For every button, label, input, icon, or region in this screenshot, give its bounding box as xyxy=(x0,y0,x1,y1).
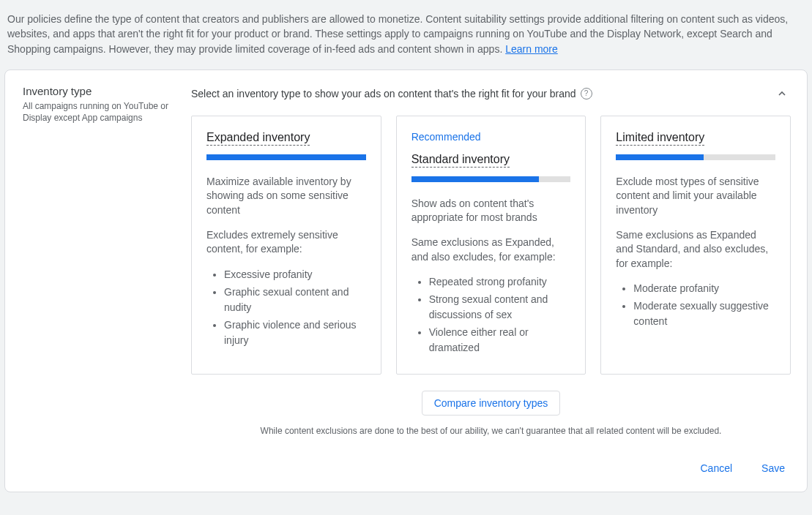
list-item: Moderate profanity xyxy=(633,281,775,296)
inventory-card-1[interactable]: RecommendedStandard inventoryShow ads on… xyxy=(396,116,586,375)
intro-text: Our policies define the type of content … xyxy=(0,0,812,69)
list-item: Excessive profanity xyxy=(224,267,366,282)
card-desc-primary: Exclude most types of sensitive content … xyxy=(616,175,775,218)
list-item: Moderate sexually suggestive content xyxy=(633,298,775,329)
card-bullet-list: Moderate profanityModerate sexually sugg… xyxy=(616,281,775,329)
list-item: Graphic violence and serious injury xyxy=(224,317,366,348)
inventory-bar-fill xyxy=(411,176,539,182)
list-item: Graphic sexual content and nudity xyxy=(224,285,366,315)
section-title: Inventory type xyxy=(23,85,184,97)
card-bullet-list: Excessive profanityGraphic sexual conten… xyxy=(206,267,366,348)
section-subtitle: All campaigns running on YouTube or Disp… xyxy=(23,100,184,124)
instruction-text: Select an inventory type to show your ad… xyxy=(191,88,592,99)
card-desc-secondary: Same exclusions as Expanded, and also ex… xyxy=(411,236,571,264)
help-icon[interactable]: ? xyxy=(581,88,592,99)
inventory-bar xyxy=(411,176,571,182)
inventory-type-panel: Inventory type All campaigns running on … xyxy=(4,69,808,492)
recommended-label: Recommended xyxy=(411,131,571,144)
disclaimer-text: While content exclusions are done to the… xyxy=(191,426,791,436)
panel-footer: Cancel Save xyxy=(5,448,807,492)
list-item: Strong sexual content and discussions of… xyxy=(429,292,571,323)
card-desc-primary: Show ads on content that's appropriate f… xyxy=(411,197,571,225)
cancel-button[interactable]: Cancel xyxy=(694,458,738,478)
card-title[interactable]: Expanded inventory xyxy=(206,131,310,146)
list-item: Repeated strong profanity xyxy=(429,274,571,290)
inventory-bar-fill xyxy=(616,154,704,160)
card-desc-primary: Maximize available inventory by showing … xyxy=(206,175,366,218)
card-bullet-list: Repeated strong profanityStrong sexual c… xyxy=(411,274,571,356)
inventory-bar xyxy=(616,154,775,160)
section-header: Inventory type All campaigns running on … xyxy=(23,85,191,440)
list-item: Violence either real or dramatized xyxy=(429,325,571,356)
inventory-bar-fill xyxy=(206,154,366,160)
learn-more-link[interactable]: Learn more xyxy=(505,43,558,55)
card-desc-secondary: Same exclusions as Expanded and Standard… xyxy=(616,228,775,271)
chevron-up-icon[interactable] xyxy=(773,85,791,102)
card-title[interactable]: Standard inventory xyxy=(411,153,510,168)
card-title[interactable]: Limited inventory xyxy=(616,131,704,146)
instruction-label: Select an inventory type to show your ad… xyxy=(191,88,576,99)
save-button[interactable]: Save xyxy=(756,458,791,478)
inventory-card-2[interactable]: Limited inventoryExclude most types of s… xyxy=(600,116,791,375)
inventory-card-0[interactable]: Expanded inventoryMaximize available inv… xyxy=(191,116,381,375)
card-desc-secondary: Excludes extremely sensitive content, fo… xyxy=(206,228,366,257)
compare-inventory-types-button[interactable]: Compare inventory types xyxy=(422,391,561,416)
inventory-bar xyxy=(206,154,366,160)
intro-body: Our policies define the type of content … xyxy=(7,13,788,55)
